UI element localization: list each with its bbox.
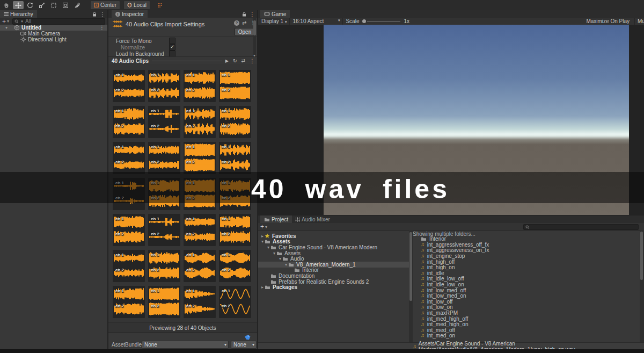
audio-mixer-tab[interactable]: Audio Mixer xyxy=(291,215,334,223)
audio-clip-tile[interactable]: ch 1ch 2 xyxy=(184,70,216,102)
aspect-dropdown[interactable]: 16:10 Aspect▾ xyxy=(292,18,340,24)
assetbundle-variant-dropdown[interactable]: None ▾ xyxy=(231,341,257,349)
audio-clip-tile[interactable]: ch 1ch 2 xyxy=(219,106,251,138)
maximize-on-play-button[interactable]: Maximize On Play xyxy=(586,18,630,24)
assetbundle-dropdown[interactable]: None ▾ xyxy=(142,341,229,349)
scale-tool-button[interactable] xyxy=(36,1,47,9)
audio-clip-tile[interactable]: ch 1ch 2 xyxy=(148,250,180,282)
hierarchy-item-directional-light[interactable]: Directional Light xyxy=(0,37,107,42)
foldout-icon[interactable]: ▾ xyxy=(272,251,276,256)
file-item-int-aggressiveness-off-fx[interactable]: ♫int_aggressiveness_off_fx xyxy=(421,242,640,248)
help-icon[interactable]: ? xyxy=(234,20,239,26)
property-row[interactable]: Normalize ✓ xyxy=(108,44,253,51)
tree-item-assets[interactable]: ▾Assets xyxy=(258,239,409,245)
file-item-interior[interactable]: Interior xyxy=(421,236,640,242)
lock-icon[interactable] xyxy=(92,12,97,17)
display-dropdown[interactable]: Display 1 ▾ xyxy=(261,18,287,24)
tree-item-documentation[interactable]: Documentation xyxy=(258,273,409,279)
project-tree-scrollbar[interactable] xyxy=(409,230,413,342)
custom-tool-button[interactable] xyxy=(72,1,83,9)
audio-clip-tile[interactable]: ch 1ch 2 xyxy=(148,70,180,102)
normalize-checkbox[interactable]: ✓ xyxy=(169,44,175,51)
tree-item-assets[interactable]: ▾Assets xyxy=(258,250,409,256)
audio-clip-tile[interactable]: ch 1ch 2 xyxy=(184,106,216,138)
loop-icon[interactable]: ↻ xyxy=(233,58,237,63)
file-item-int-idle-low-off[interactable]: ♫int_idle_low_off xyxy=(421,276,640,282)
open-button[interactable]: Open xyxy=(235,28,255,36)
file-item-int-maxrpm[interactable]: ♫int_maxRPM xyxy=(421,310,640,316)
move-tool-button[interactable] xyxy=(13,1,24,9)
audio-clip-tile[interactable]: ch 1ch 2 xyxy=(219,142,251,174)
tree-item-car-engine-sound-v8-american-modern[interactable]: ▾Car Engine Sound - V8 American Modern xyxy=(258,244,409,250)
presets-icon[interactable]: ⇄ xyxy=(242,20,246,26)
file-item-int-med-on[interactable]: ♫int_med_on xyxy=(421,333,640,339)
item-menu-icon[interactable]: ⋮ xyxy=(99,25,105,31)
rect-tool-button[interactable] xyxy=(48,1,59,9)
hand-tool-button[interactable] xyxy=(1,1,12,9)
create-asset-dropdown-icon[interactable]: ▾ xyxy=(264,225,268,229)
audio-clip-tile[interactable]: ch 1ch 2 xyxy=(184,214,216,246)
orientation-toggle-button[interactable]: Local xyxy=(123,1,150,10)
grid-snap-button[interactable] xyxy=(155,1,165,9)
add-object-button[interactable]: + xyxy=(2,19,6,24)
file-item-int-low-on[interactable]: ♫int_low_on xyxy=(421,305,640,311)
hierarchy-menu-icon[interactable]: ⋮ xyxy=(100,11,105,17)
audio-clip-tile[interactable]: ch 1ch 2 xyxy=(219,286,251,318)
rotate-tool-button[interactable] xyxy=(25,1,35,9)
foldout-icon[interactable]: ▾ xyxy=(266,245,270,250)
foldout-icon[interactable]: ▸ xyxy=(260,285,265,290)
audio-clip-tile[interactable]: ch 1ch 2 xyxy=(219,250,251,282)
audio-clip-tile[interactable]: ch 1ch 2 xyxy=(113,250,145,282)
file-item-int-low-med-on[interactable]: ♫int_low_med_on xyxy=(421,293,640,299)
shuffle-icon[interactable]: ⇄ xyxy=(241,58,245,63)
audio-clip-tile[interactable]: ch 1ch 2 xyxy=(184,250,216,282)
audio-clip-tile[interactable]: ch 1ch 2 xyxy=(148,142,180,174)
foldout-icon[interactable]: ▸ xyxy=(260,234,265,239)
tree-item-v8-american-modern-1[interactable]: ▾V8_American_Modern_1 xyxy=(258,262,409,268)
file-item-int-idle-low-on[interactable]: ♫int_idle_low_on xyxy=(421,282,640,287)
load-in-background-checkbox[interactable] xyxy=(169,51,175,56)
file-item-int-engine-stop[interactable]: ♫int_engine_stop xyxy=(421,253,640,259)
tree-item-interior[interactable]: Interior xyxy=(258,268,409,273)
project-search-input[interactable] xyxy=(523,224,639,230)
play-icon[interactable]: ▶ xyxy=(225,59,229,63)
pivot-toggle-button[interactable]: Center xyxy=(90,1,120,10)
inspector-scrollbar[interactable]: ▼ xyxy=(253,18,256,56)
create-asset-button[interactable]: + xyxy=(260,224,264,229)
file-item-int-low-med-off[interactable]: ♫int_low_med_off xyxy=(421,287,640,293)
scale-slider-track[interactable] xyxy=(367,21,400,22)
tree-item-packages[interactable]: ▸Packages xyxy=(258,284,409,290)
audio-clip-tile[interactable]: ch 1ch 2 xyxy=(113,142,145,174)
preview-menu-icon[interactable]: ⋮ xyxy=(250,58,255,64)
audio-clip-tile[interactable]: ch 1ch 2 xyxy=(148,106,180,138)
assetbundle-tag-icon[interactable] xyxy=(244,334,251,340)
hierarchy-tab[interactable]: Hierarchy xyxy=(0,10,37,18)
scale-slider-knob[interactable] xyxy=(362,19,366,23)
property-row[interactable]: Force To Mono xyxy=(108,38,253,44)
audio-clip-tile[interactable]: ch 1ch 2 xyxy=(219,214,251,246)
audio-clip-tile[interactable]: ch 1ch 2 xyxy=(113,70,145,102)
foldout-icon[interactable]: ▾ xyxy=(284,262,288,267)
file-item-int-idle[interactable]: ♫int_idle xyxy=(421,270,640,276)
audio-clip-tile[interactable]: ch 1ch 2 xyxy=(113,214,145,246)
hierarchy-search-input[interactable]: ▾ All xyxy=(12,18,105,25)
lock-icon[interactable] xyxy=(242,12,246,17)
audio-clip-tile[interactable]: ch 1ch 2 xyxy=(184,286,216,318)
foldout-icon[interactable]: ▾ xyxy=(4,25,9,30)
file-list-scrollbar[interactable] xyxy=(640,230,644,342)
file-item-int-high-off[interactable]: ♫int_high_off xyxy=(421,259,640,265)
transform-tool-button[interactable] xyxy=(60,1,71,9)
file-item-int-med-high-on[interactable]: ♫int_med_high_on xyxy=(421,321,640,327)
file-item-int-med-high-off[interactable]: ♫int_med_high_off xyxy=(421,316,640,322)
audio-clip-tile[interactable]: ch 1ch 2 xyxy=(219,70,251,102)
inspector-tab[interactable]: i Inspector xyxy=(112,10,148,18)
game-tab[interactable]: Game xyxy=(260,10,290,18)
foldout-icon[interactable]: ▾ xyxy=(260,239,265,244)
project-tab[interactable]: Project xyxy=(260,215,292,223)
hierarchy-item-main-camera[interactable]: Main Camera xyxy=(0,31,107,37)
foldout-icon[interactable]: ▾ xyxy=(278,256,282,261)
audio-clip-tile[interactable]: ch 1ch 2 xyxy=(184,142,216,174)
file-item-int-med-off[interactable]: ♫int_med_off xyxy=(421,327,640,333)
mute-audio-button[interactable]: Mute Audio xyxy=(638,18,644,24)
property-row[interactable]: Load In Background xyxy=(108,51,253,56)
